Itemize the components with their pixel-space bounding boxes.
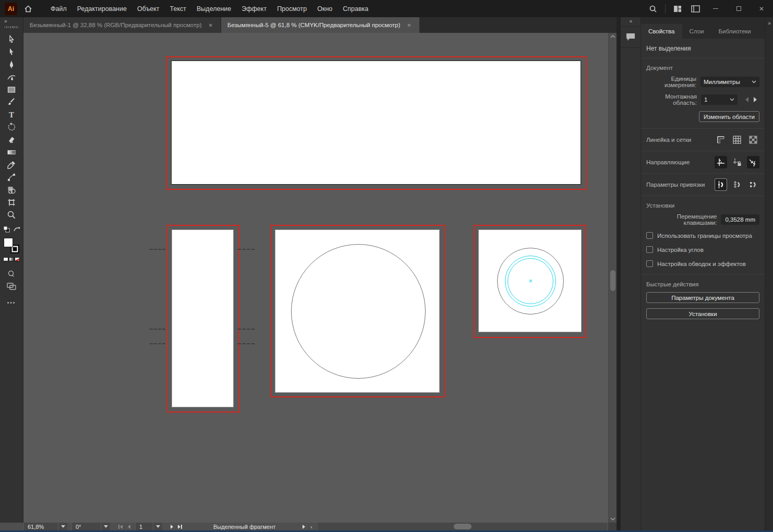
maximize-button[interactable] [727, 0, 750, 17]
direct-selection-tool-icon[interactable] [2, 46, 21, 58]
rotation-field[interactable]: 0° [71, 523, 101, 530]
close-icon[interactable]: ✕ [405, 21, 413, 29]
search-icon[interactable] [644, 0, 662, 17]
menu-view[interactable]: Просмотр [272, 0, 312, 17]
quick-actions-title: Быстрые действия [641, 275, 765, 289]
menu-select[interactable]: Выделение [191, 0, 236, 17]
menu-help[interactable]: Справка [337, 0, 373, 17]
menu-effect[interactable]: Эффект [236, 0, 272, 17]
curvature-tool-icon[interactable] [2, 71, 21, 83]
prev-artboard-icon[interactable] [743, 95, 751, 104]
shape-builder-tool-icon[interactable] [2, 184, 21, 196]
artboard-3[interactable] [275, 229, 440, 393]
artboard-4[interactable] [478, 229, 582, 332]
fill-stroke-indicator[interactable] [4, 238, 19, 253]
scroll-down-icon[interactable] [609, 515, 617, 523]
artboard-2[interactable] [172, 229, 234, 407]
toolbar-grip[interactable] [5, 26, 18, 28]
transparency-grid-icon[interactable] [747, 134, 759, 146]
default-colors-icon[interactable] [3, 225, 10, 235]
panel-collapse-icon[interactable]: » [768, 20, 770, 26]
horizontal-scrollbar-thumb[interactable] [454, 524, 472, 529]
corner-settings-checkbox[interactable] [646, 246, 653, 253]
snap-to-grid-icon[interactable] [731, 178, 743, 191]
lock-guides-icon[interactable] [731, 156, 743, 168]
grid-icon[interactable] [731, 134, 743, 146]
first-artboard-icon[interactable] [116, 523, 125, 530]
rotation-dropdown-icon[interactable] [101, 523, 110, 530]
zoom-level-field[interactable]: 61,8% [23, 523, 58, 530]
artboard-select[interactable]: 1 [701, 94, 738, 105]
home-icon[interactable] [20, 3, 36, 15]
eraser-tool-icon[interactable] [2, 134, 21, 146]
artboard-dropdown-icon[interactable] [153, 523, 162, 530]
edit-artboards-button[interactable]: Изменить области [699, 111, 759, 122]
scale-strokes-checkbox[interactable] [646, 260, 653, 267]
zoom-tool-icon[interactable] [2, 209, 21, 221]
edit-toolbar-icon[interactable]: ••• [7, 300, 16, 306]
workspace-switcher-icon[interactable] [686, 0, 704, 17]
menu-type[interactable]: Текст [165, 0, 191, 17]
tab-properties[interactable]: Свойства [641, 24, 682, 39]
gradient-tool-icon[interactable] [2, 146, 21, 159]
tab-layers[interactable]: Слои [682, 24, 711, 39]
document-tab-2[interactable]: Безымянный-5 @ 61,8 % (CMYK/Предваритель… [221, 17, 419, 33]
last-artboard-icon[interactable] [176, 523, 184, 530]
status-display[interactable]: Выделенный фрагмент [213, 524, 275, 530]
snap-to-pixel-icon[interactable] [747, 178, 759, 191]
next-artboard-icon[interactable] [751, 95, 759, 104]
pen-tool-icon[interactable] [2, 58, 21, 71]
artboard-1[interactable] [171, 61, 581, 185]
canvas[interactable] [23, 33, 608, 523]
color-mode-icon[interactable] [3, 257, 8, 261]
fill-swatch[interactable] [4, 238, 13, 247]
use-preview-bounds-checkbox[interactable] [646, 232, 653, 239]
menu-file[interactable]: Файл [45, 0, 72, 17]
draw-modes-icon[interactable] [2, 280, 21, 293]
menu-object[interactable]: Объект [132, 0, 165, 17]
rectangle-tool-icon[interactable] [2, 83, 21, 96]
document-setup-button[interactable]: Параметры документа [646, 292, 759, 303]
none-mode-icon[interactable] [15, 257, 20, 261]
artboard-number-field[interactable]: 1 [135, 523, 153, 530]
eyedropper-tool-icon[interactable] [2, 159, 21, 171]
vertical-scrollbar-thumb[interactable] [610, 270, 615, 291]
toolbar-collapse-icon[interactable]: » [0, 17, 7, 24]
close-icon[interactable]: ✕ [207, 21, 214, 29]
vertical-scrollbar[interactable] [608, 33, 617, 523]
minimize-button[interactable] [704, 0, 727, 17]
paintbrush-tool-icon[interactable] [2, 96, 21, 108]
swap-colors-icon[interactable] [13, 225, 20, 235]
close-button[interactable]: ✕ [750, 0, 773, 17]
tab-libraries[interactable]: Библиотеки [711, 24, 758, 39]
rulers-icon[interactable] [715, 134, 727, 146]
menu-edit[interactable]: Редактирование [72, 0, 132, 17]
snap-options-label: Параметры привязки [646, 182, 711, 188]
blend-tool-icon[interactable] [2, 171, 21, 184]
selection-tool-icon[interactable] [2, 33, 21, 46]
preferences-button[interactable]: Установки [646, 308, 759, 319]
horizontal-scrollbar[interactable] [318, 523, 607, 530]
screen-mode-icon[interactable] [2, 268, 21, 280]
circle-shape[interactable] [291, 244, 426, 379]
gradient-mode-icon[interactable] [9, 257, 14, 261]
comments-panel-icon[interactable] [621, 26, 640, 48]
next-artboard-icon[interactable] [167, 523, 176, 530]
zoom-dropdown-icon[interactable] [58, 523, 67, 530]
scroll-up-icon[interactable] [609, 33, 617, 40]
previous-artboard-icon[interactable] [125, 523, 133, 530]
scroll-left-icon[interactable]: ‹ [308, 524, 315, 530]
show-guides-icon[interactable] [715, 156, 727, 168]
artboard-tool-icon[interactable] [2, 196, 21, 209]
dock-collapse-icon[interactable]: « [621, 17, 641, 24]
units-select[interactable]: Миллиметры [700, 77, 759, 87]
document-tab-1[interactable]: Безымянный-1 @ 32,88 % (RGB/Предваритель… [23, 17, 221, 33]
menu-window[interactable]: Окно [312, 0, 337, 17]
snap-to-point-icon[interactable] [715, 178, 727, 191]
arrange-documents-icon[interactable] [669, 0, 686, 17]
smart-guides-icon[interactable] [747, 156, 759, 168]
keyboard-increment-input[interactable]: 0,3528 mm [721, 214, 759, 225]
status-menu-icon[interactable] [299, 523, 308, 530]
rotate-tool-icon[interactable] [2, 121, 21, 134]
type-tool-icon[interactable]: T [2, 108, 21, 121]
